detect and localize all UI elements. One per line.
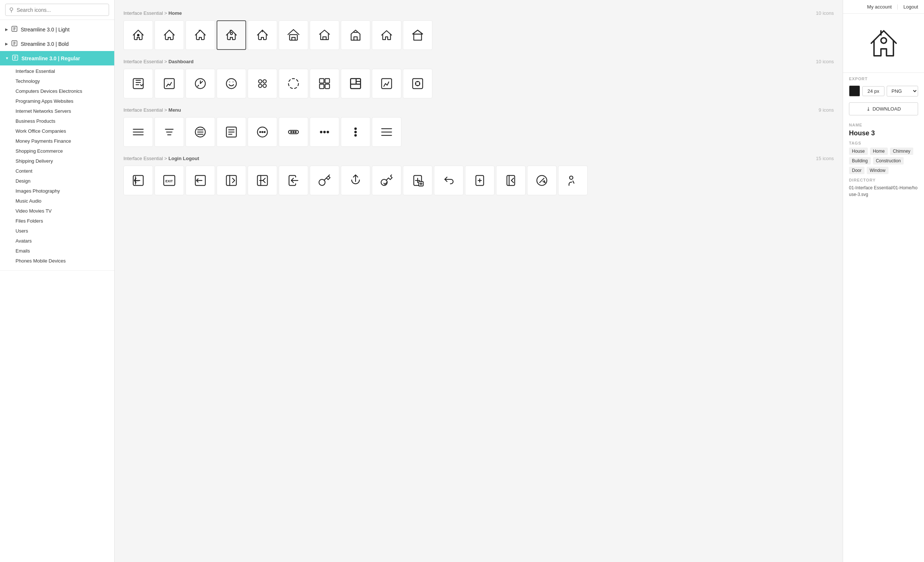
main-content: Interface Essential > Home 10 icons bbox=[115, 0, 843, 562]
svg-point-35 bbox=[291, 132, 292, 133]
icon-cell[interactable] bbox=[341, 69, 370, 98]
icon-cell[interactable] bbox=[341, 166, 370, 195]
icon-cell[interactable] bbox=[154, 20, 184, 50]
tag-home[interactable]: Home bbox=[870, 147, 888, 155]
icon-cell[interactable] bbox=[248, 166, 277, 195]
icon-cell[interactable] bbox=[248, 117, 277, 147]
subitem-computers[interactable]: Computers Devices Electronics bbox=[0, 86, 114, 96]
icon-cell[interactable] bbox=[279, 69, 308, 98]
svg-point-11 bbox=[259, 80, 262, 83]
icon-cell-exit[interactable]: EXIT bbox=[154, 166, 184, 195]
svg-point-10 bbox=[226, 79, 237, 89]
icon-cell[interactable] bbox=[527, 166, 556, 195]
tag-chimney[interactable]: Chimney bbox=[890, 147, 913, 155]
icon-cell[interactable] bbox=[123, 117, 153, 147]
icon-cell[interactable] bbox=[123, 20, 153, 50]
icon-cell[interactable] bbox=[186, 166, 215, 195]
icon-cell[interactable] bbox=[310, 69, 339, 98]
subitem-emails[interactable]: Emails bbox=[0, 246, 114, 256]
icon-cell[interactable] bbox=[372, 69, 401, 98]
icon-cell-selected[interactable] bbox=[217, 20, 246, 50]
my-account-link[interactable]: My account bbox=[867, 4, 891, 10]
download-button[interactable]: ⤓ DOWNLOAD bbox=[849, 102, 918, 115]
tag-building[interactable]: Building bbox=[849, 157, 871, 165]
icon-cell[interactable] bbox=[403, 20, 432, 50]
icon-cell[interactable] bbox=[434, 166, 464, 195]
logout-link[interactable]: Logout bbox=[903, 4, 918, 10]
search-bar: ⚲ bbox=[0, 0, 114, 20]
subitem-business[interactable]: Business Products bbox=[0, 116, 114, 126]
subitem-shipping[interactable]: Shipping Delivery bbox=[0, 156, 114, 166]
breadcrumb-home: Interface Essential > Home bbox=[123, 11, 182, 16]
subitem-avatars[interactable]: Avatars bbox=[0, 236, 114, 246]
icon-cell[interactable] bbox=[248, 20, 277, 50]
icon-cell[interactable] bbox=[217, 166, 246, 195]
subitem-video[interactable]: Video Movies TV bbox=[0, 206, 114, 216]
icon-cell[interactable] bbox=[341, 20, 370, 50]
icon-cell[interactable] bbox=[186, 20, 215, 50]
icon-cell[interactable] bbox=[465, 166, 495, 195]
export-label: EXPORT bbox=[843, 73, 924, 83]
collection-light[interactable]: ▶ Streamline 3.0 | Light bbox=[0, 22, 114, 37]
icon-cell[interactable] bbox=[372, 117, 401, 147]
svg-point-56 bbox=[570, 176, 573, 179]
subitem-design[interactable]: Design bbox=[0, 176, 114, 186]
tag-window[interactable]: Window bbox=[867, 167, 888, 174]
icon-cell[interactable] bbox=[310, 166, 339, 195]
subitem-content[interactable]: Content bbox=[0, 166, 114, 176]
subitem-phones[interactable]: Phones Mobile Devices bbox=[0, 256, 114, 266]
icon-cell[interactable] bbox=[558, 166, 588, 195]
icon-cell[interactable] bbox=[310, 20, 339, 50]
svg-point-13 bbox=[259, 84, 262, 88]
svg-point-31 bbox=[260, 132, 261, 133]
subitem-users[interactable]: Users bbox=[0, 226, 114, 236]
tag-house[interactable]: House bbox=[849, 147, 868, 155]
subitem-work[interactable]: Work Office Companies bbox=[0, 126, 114, 136]
subitems-list: Interface Essential Technology Computers… bbox=[0, 65, 114, 268]
color-picker[interactable] bbox=[849, 86, 860, 96]
subitem-files[interactable]: Files Folders bbox=[0, 216, 114, 226]
icon-cell[interactable] bbox=[279, 20, 308, 50]
collection-bold[interactable]: ▶ Streamline 3.0 | Bold bbox=[0, 37, 114, 51]
icon-cell[interactable] bbox=[217, 117, 246, 147]
subitem-music[interactable]: Music Audio bbox=[0, 196, 114, 206]
svg-point-3 bbox=[138, 35, 140, 36]
search-input[interactable] bbox=[16, 7, 105, 13]
format-select[interactable]: PNG SVG PDF bbox=[886, 86, 918, 96]
tag-construction[interactable]: Construction bbox=[873, 157, 904, 165]
download-label: DOWNLOAD bbox=[873, 106, 901, 112]
icon-cell[interactable]: EXIT bbox=[123, 166, 153, 195]
subitem-images[interactable]: Images Photography bbox=[0, 186, 114, 196]
icon-cell[interactable] bbox=[186, 69, 215, 98]
tag-door[interactable]: Door bbox=[849, 167, 864, 174]
icon-cell[interactable] bbox=[154, 69, 184, 98]
subitem-internet[interactable]: Internet Networks Servers bbox=[0, 106, 114, 116]
icon-cell[interactable] bbox=[403, 69, 432, 98]
icon-cell[interactable] bbox=[154, 117, 184, 147]
collection-regular[interactable]: ▼ Streamline 3.0 | Regular bbox=[0, 51, 114, 65]
icon-cell[interactable] bbox=[186, 117, 215, 147]
collection-light-label: Streamline 3.0 | Light bbox=[21, 27, 69, 33]
icon-cell[interactable] bbox=[341, 117, 370, 147]
icon-cell[interactable] bbox=[279, 117, 308, 147]
export-controls: PNG SVG PDF bbox=[843, 83, 924, 99]
subitem-money[interactable]: Money Payments Finance bbox=[0, 136, 114, 146]
icon-cell[interactable] bbox=[403, 166, 432, 195]
icon-cell[interactable] bbox=[496, 166, 526, 195]
icon-cell[interactable] bbox=[372, 20, 401, 50]
subitem-technology[interactable]: Technology bbox=[0, 76, 114, 86]
svg-rect-54 bbox=[507, 176, 515, 186]
subitem-programing[interactable]: Programing Apps Websites bbox=[0, 96, 114, 106]
icon-cell[interactable] bbox=[248, 69, 277, 98]
icon-cell[interactable] bbox=[372, 166, 401, 195]
icon-cell[interactable] bbox=[279, 166, 308, 195]
subitem-shopping[interactable]: Shopping Ecommerce bbox=[0, 146, 114, 156]
icon-cell[interactable] bbox=[310, 117, 339, 147]
svg-rect-26 bbox=[413, 79, 423, 89]
icon-cell[interactable] bbox=[217, 69, 246, 98]
svg-point-42 bbox=[355, 131, 357, 133]
icon-cell[interactable] bbox=[123, 69, 153, 98]
subitem-interface-essential[interactable]: Interface Essential bbox=[0, 66, 114, 76]
size-input[interactable] bbox=[862, 86, 885, 96]
directory-label: DIRECTORY bbox=[849, 178, 918, 182]
